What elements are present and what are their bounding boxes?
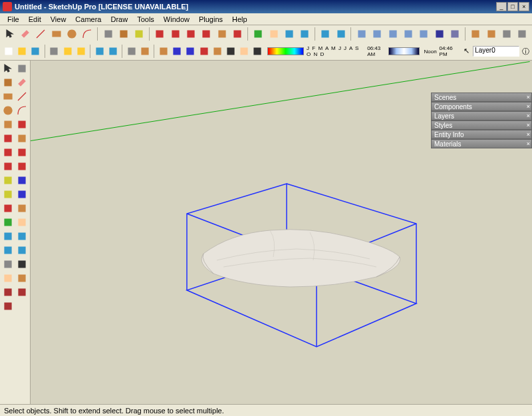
menu-edit[interactable]: Edit (24, 14, 46, 25)
menu-help[interactable]: Help (227, 14, 252, 25)
zoom-button[interactable] (282, 27, 296, 41)
time-slider[interactable] (388, 47, 420, 55)
panel-scenes[interactable]: Scenes (431, 93, 532, 102)
rotate-button[interactable] (168, 27, 182, 41)
layer-dropdown[interactable]: Layer0 (473, 46, 519, 57)
eraser-tool[interactable] (15, 76, 29, 89)
model-info-button[interactable] (139, 44, 151, 59)
orbit-tool[interactable] (1, 216, 15, 229)
axes-tool[interactable] (1, 202, 15, 215)
eraser-button[interactable] (18, 27, 32, 41)
move-tool[interactable] (1, 132, 15, 145)
redo-button[interactable] (107, 44, 119, 59)
walk-tool[interactable] (15, 258, 29, 271)
plugin3-tool[interactable] (1, 300, 15, 313)
close-button[interactable]: × (519, 2, 529, 11)
pushpull-tool[interactable] (15, 132, 29, 145)
3dtext-tool[interactable] (15, 202, 29, 215)
iso-button[interactable] (354, 27, 368, 41)
move-button[interactable] (153, 27, 167, 41)
lookaround-button[interactable] (238, 44, 250, 59)
position-tool[interactable] (1, 258, 15, 271)
zoom-extents-tool[interactable] (15, 244, 29, 257)
tape-tool[interactable] (1, 174, 15, 187)
panel-entity-info[interactable]: Entity Info (431, 130, 532, 139)
panel-layers[interactable]: Layers (431, 111, 532, 120)
zoom-window-tool[interactable] (15, 230, 29, 243)
text-tool[interactable] (15, 188, 29, 201)
date-slider[interactable] (267, 47, 304, 55)
viewport-3d[interactable]: ScenesComponentsLayersStylesEntity InfoM… (31, 61, 532, 404)
section-tool[interactable] (15, 272, 29, 285)
cut-button[interactable] (48, 44, 60, 59)
menu-draw[interactable]: Draw (106, 14, 132, 25)
position-camera-button[interactable] (251, 44, 263, 59)
front-button[interactable] (386, 27, 400, 41)
layer-info-icon[interactable]: ⓘ (522, 47, 529, 57)
outliner-button[interactable] (515, 27, 529, 41)
paint-tool[interactable] (1, 76, 15, 89)
menu-view[interactable]: View (46, 14, 71, 25)
panel-styles[interactable]: Styles (431, 120, 532, 130)
arc-tool[interactable] (15, 104, 29, 117)
circle-tool[interactable] (1, 104, 15, 117)
tape-button[interactable] (132, 27, 146, 41)
maximize-button[interactable]: □ (507, 2, 518, 11)
plugin1-tool[interactable] (1, 286, 15, 299)
rect-button[interactable] (49, 27, 63, 41)
next-button[interactable] (334, 27, 348, 41)
poly-tool[interactable] (1, 118, 15, 131)
print-button[interactable] (126, 44, 138, 59)
top-button[interactable] (370, 27, 384, 41)
menu-window[interactable]: Window (159, 14, 194, 25)
shadows-button[interactable] (432, 27, 446, 41)
circle-button[interactable] (65, 27, 78, 41)
pushpull-button[interactable] (215, 27, 229, 41)
zoom-tool[interactable] (1, 230, 15, 243)
panel-materials[interactable]: Materials (431, 139, 532, 148)
xray-button[interactable] (448, 27, 462, 41)
upload-button[interactable] (484, 27, 498, 41)
component-tool[interactable] (15, 62, 29, 75)
arc-button[interactable] (80, 27, 94, 41)
scale-button[interactable] (200, 27, 213, 41)
previous-button[interactable] (319, 27, 332, 41)
select-button[interactable] (3, 27, 17, 41)
section-button[interactable] (158, 44, 170, 59)
3dwarehouse-button[interactable] (469, 27, 483, 41)
dims-button[interactable] (171, 44, 183, 59)
text-button[interactable] (184, 44, 196, 59)
offset-tool[interactable] (15, 160, 29, 173)
back-button[interactable] (417, 27, 431, 41)
walk-button[interactable] (225, 44, 237, 59)
scale-tool[interactable] (1, 160, 15, 173)
new-button[interactable] (3, 44, 15, 59)
rotate-tool[interactable] (1, 146, 15, 159)
copy-button[interactable] (62, 44, 74, 59)
undo-button[interactable] (94, 44, 106, 59)
plugin2-tool[interactable] (15, 286, 29, 299)
line-button[interactable] (34, 27, 48, 41)
menu-camera[interactable]: Camera (70, 14, 106, 25)
minimize-button[interactable]: _ (496, 2, 507, 11)
axes-button[interactable] (198, 44, 209, 59)
rect-tool[interactable] (1, 90, 15, 103)
freehand-button[interactable] (230, 27, 244, 41)
followme-tool[interactable] (15, 146, 29, 159)
paint-button[interactable] (116, 27, 130, 41)
menu-plugins[interactable]: Plugins (194, 14, 227, 25)
select-tool[interactable] (1, 62, 15, 75)
pan-button[interactable] (267, 27, 281, 41)
save-button[interactable] (29, 44, 41, 59)
freehand-tool[interactable] (15, 118, 29, 131)
pan-tool[interactable] (15, 216, 29, 229)
zoom-extents-button[interactable] (298, 27, 312, 41)
line-tool[interactable] (15, 90, 29, 103)
make-component-button[interactable] (101, 27, 115, 41)
open-button[interactable] (16, 44, 28, 59)
orbit-button[interactable] (251, 27, 265, 41)
layers-button[interactable] (499, 27, 513, 41)
dims-tool[interactable] (15, 174, 29, 187)
menu-file[interactable]: File (3, 14, 24, 25)
right-button[interactable] (401, 27, 415, 41)
